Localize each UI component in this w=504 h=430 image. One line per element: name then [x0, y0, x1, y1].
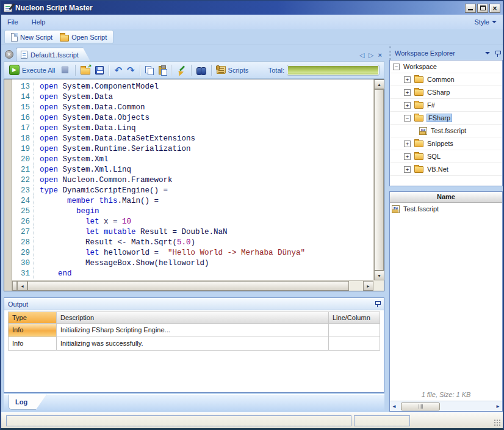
- code-text: type DynamicScriptEngine() =: [34, 186, 168, 196]
- tab-default1-fsscript[interactable]: Default1.fsscript: [16, 48, 90, 61]
- tree-item-common[interactable]: +Common: [390, 73, 502, 86]
- tree-item-workspace[interactable]: −Workspace: [390, 60, 502, 73]
- open-script-button[interactable]: Open Script: [57, 32, 109, 43]
- open-folder-icon: [60, 35, 69, 42]
- code-line: 31 end: [12, 269, 373, 279]
- tab-log[interactable]: Log: [9, 395, 46, 410]
- panel-menu-icon[interactable]: [485, 52, 490, 54]
- output-line-column-cell: [329, 324, 380, 337]
- column-header-description[interactable]: Description: [57, 312, 329, 324]
- paste-button[interactable]: [157, 65, 168, 76]
- close-button[interactable]: ×: [489, 4, 500, 13]
- new-script-button[interactable]: New Script: [9, 32, 55, 43]
- split-handle[interactable]: [12, 281, 17, 291]
- tree-item-snippets[interactable]: +Snippets: [390, 137, 502, 150]
- output-row[interactable]: InfoInitializing was successfully.: [8, 337, 380, 351]
- menu-style[interactable]: Style: [475, 18, 497, 26]
- list-item[interactable]: F#Test.fsscript: [390, 203, 502, 215]
- editor-icon-margin: [4, 79, 12, 291]
- copy-button[interactable]: [143, 65, 156, 76]
- title-bar: Nucleon Script Master ×: [1, 1, 503, 15]
- scroll-left-icon[interactable]: ◄: [390, 404, 398, 409]
- tree-item-fsharp[interactable]: −FSharp: [390, 112, 502, 125]
- open-file-button[interactable]: [79, 64, 92, 76]
- code-line: 26 let x = 10: [12, 217, 373, 227]
- paste-icon: [159, 66, 166, 75]
- vertical-splitter[interactable]: [384, 46, 389, 412]
- panel-horizontal-scrollbar[interactable]: ◄ ►: [390, 401, 502, 411]
- expand-icon[interactable]: +: [404, 166, 411, 173]
- tab-scroll-left-icon[interactable]: ◁: [359, 52, 364, 58]
- code-text: open System.Xml.Linq: [34, 165, 131, 175]
- horizontal-scroll-thumb[interactable]: [401, 403, 440, 410]
- output-row[interactable]: InfoInitializing FSharp Scripting Engine…: [8, 324, 380, 337]
- pin-icon[interactable]: [495, 50, 500, 57]
- folder-icon: [414, 76, 423, 83]
- vertical-scroll-thumb[interactable]: [374, 89, 384, 271]
- tree-item-test-fsscript[interactable]: F#Test.fsscript: [390, 125, 502, 137]
- file-list-panel: Name F#Test.fsscript 1 file, Size: 1 KB …: [389, 191, 503, 412]
- horizontal-scroll-thumb[interactable]: [27, 281, 349, 291]
- editor-vertical-scrollbar[interactable]: ▲ ▼: [373, 79, 384, 291]
- close-document-icon[interactable]: ×: [5, 50, 13, 59]
- tab-close-icon[interactable]: ×: [378, 52, 382, 58]
- scroll-left-icon[interactable]: ◄: [17, 281, 27, 291]
- execute-all-button[interactable]: ▶ Execute All: [7, 64, 57, 76]
- code-text: let mutable Result = Double.NaN: [34, 227, 228, 238]
- redo-button[interactable]: ↷: [125, 65, 137, 76]
- open-folder-icon: [81, 68, 90, 75]
- tree-item-sql[interactable]: +SQL: [390, 150, 502, 163]
- column-header-line-column[interactable]: Line/Column: [329, 312, 380, 324]
- clear-button[interactable]: [175, 64, 188, 76]
- redo-icon: ↷: [127, 66, 135, 75]
- scroll-down-icon[interactable]: ▼: [374, 271, 384, 280]
- output-type-cell: Info: [8, 324, 57, 337]
- expand-icon[interactable]: +: [404, 140, 411, 147]
- tree-item-f-[interactable]: +F#: [390, 99, 502, 112]
- collapse-icon[interactable]: −: [404, 115, 411, 122]
- expand-icon[interactable]: +: [404, 76, 411, 83]
- new-document-icon: [11, 33, 18, 42]
- toolbar-group: New Script Open Script: [4, 30, 113, 44]
- column-header-type[interactable]: Type: [8, 312, 57, 324]
- chevron-down-icon: [492, 21, 497, 23]
- scroll-right-icon[interactable]: ►: [494, 404, 502, 409]
- collapse-icon[interactable]: −: [393, 64, 400, 70]
- tree-item-vb-net[interactable]: +VB.Net: [390, 163, 502, 176]
- code-line: 13open System.ComponentModel: [12, 82, 373, 92]
- workspace-tree: −Workspace+Common+CSharp+F#−FSharpF#Test…: [389, 60, 503, 186]
- expand-icon[interactable]: +: [404, 89, 411, 96]
- maximize-button[interactable]: [477, 4, 488, 13]
- find-button[interactable]: [195, 65, 208, 76]
- folder-icon: [414, 153, 423, 160]
- line-number: 25: [12, 206, 34, 217]
- status-panel: [6, 415, 351, 426]
- pin-icon[interactable]: [375, 301, 380, 307]
- tree-item-csharp[interactable]: +CSharp: [390, 86, 502, 99]
- workspace-explorer-header: Workspace Explorer: [389, 46, 503, 60]
- code-text: MessageBox.Show(helloworld): [34, 258, 209, 269]
- undo-button[interactable]: ↶: [112, 65, 124, 76]
- expand-icon[interactable]: +: [404, 102, 411, 109]
- menu-help[interactable]: Help: [32, 18, 46, 26]
- code-area[interactable]: 13open System.ComponentModel14open Syste…: [12, 79, 373, 291]
- stop-button[interactable]: [58, 65, 72, 75]
- document-tabstrip: × Default1.fsscript ◁ ▷ ×: [4, 46, 384, 61]
- editor-horizontal-scrollbar[interactable]: ◄ ►: [12, 280, 373, 291]
- code-text: open System.Data.DataSetExtensions: [34, 134, 195, 144]
- save-button[interactable]: [93, 65, 106, 76]
- scroll-right-icon[interactable]: ►: [363, 281, 373, 291]
- scripts-button[interactable]: Scripts: [215, 65, 251, 75]
- separator: [75, 65, 76, 76]
- tab-scroll-right-icon[interactable]: ▷: [369, 52, 373, 58]
- folder-icon: [414, 89, 423, 96]
- minimize-button[interactable]: [465, 4, 476, 13]
- code-editor[interactable]: 13open System.ComponentModel14open Syste…: [4, 79, 384, 291]
- scroll-up-icon[interactable]: ▲: [374, 79, 384, 89]
- expand-icon[interactable]: +: [404, 153, 411, 160]
- resize-grip-icon[interactable]: [494, 419, 501, 426]
- tree-item-label: Snippets: [427, 140, 453, 147]
- column-header-name[interactable]: Name: [390, 192, 502, 203]
- menu-file[interactable]: File: [7, 18, 18, 26]
- output-panel: Output Type Description Line/Column Info…: [4, 297, 384, 393]
